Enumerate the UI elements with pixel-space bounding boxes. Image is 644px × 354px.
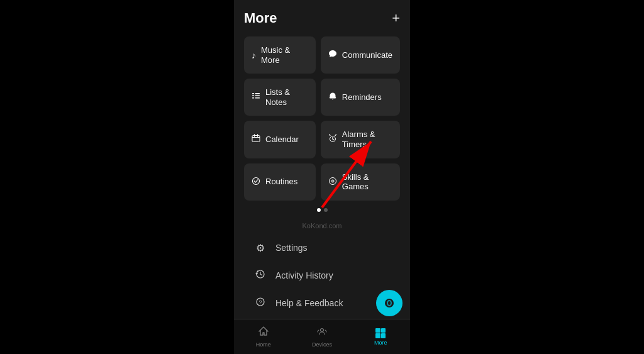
svg-point-27 [320,329,323,332]
phone-container: More + ♪ Music & More Communicate [234,0,410,354]
svg-rect-5 [255,97,260,99]
music-icon: ♪ [252,50,256,60]
music-more-label: Music & More [261,45,308,65]
svg-point-18 [332,180,333,182]
help-feedback-label: Help & Feedback [275,298,343,308]
svg-rect-4 [252,97,254,99]
help-icon: ? [254,297,267,309]
svg-rect-1 [255,93,260,94]
activity-history-icon [254,269,267,282]
skills-games-icon [328,177,337,187]
activity-history-label: Activity History [275,270,333,280]
routines-label: Routines [265,177,297,187]
svg-rect-3 [255,96,260,97]
grid-item-skills-games[interactable]: Skills & Games [321,163,400,201]
alarms-icon [328,134,337,145]
calendar-icon [252,134,260,145]
lists-icon [252,92,260,102]
watermark: KoKond.com [244,222,400,230]
svg-rect-0 [252,93,254,94]
grid-item-communicate[interactable]: Communicate [321,36,400,74]
header: More + [244,10,400,26]
page-title: More [244,10,277,26]
nav-item-home[interactable]: Home [234,326,292,348]
settings-icon: ⚙ [254,242,267,254]
svg-rect-2 [252,96,254,97]
menu-item-help-feedback[interactable]: ? Help & Feedback [249,289,395,317]
svg-point-15 [253,177,260,184]
page-dots [244,208,400,212]
content-area: More + ♪ Music & More Communicate [234,0,410,319]
alarms-timers-label: Alarms & Timers [342,130,392,149]
svg-line-12 [333,139,334,140]
grid-item-alarms-timers[interactable]: Alarms & Timers [321,121,400,158]
devices-icon [316,326,328,340]
grid-item-calendar[interactable]: Calendar [244,121,316,158]
svg-line-13 [329,135,330,136]
menu-item-settings[interactable]: ⚙ Settings [249,235,395,262]
nav-item-devices[interactable]: Devices [292,326,351,348]
communicate-label: Communicate [342,50,392,60]
dot-1 [317,208,321,212]
routines-icon [252,177,260,187]
reminders-icon [328,92,337,102]
grid-item-lists-notes[interactable]: Lists & Notes [244,79,316,116]
grid-item-music-more[interactable]: ♪ Music & More [244,36,316,74]
menu-item-activity-history[interactable]: Activity History [249,262,395,289]
calendar-label: Calendar [265,135,299,145]
home-nav-label: Home [256,341,271,348]
skills-games-label: Skills & Games [342,172,392,192]
reminders-label: Reminders [342,92,382,102]
alexa-fab-button[interactable] [376,290,402,316]
svg-line-14 [335,135,336,136]
grid-menu: ♪ Music & More Communicate [244,36,400,201]
settings-label: Settings [275,243,308,253]
home-icon [258,326,269,340]
svg-text:?: ? [258,299,262,306]
more-grid-icon [375,328,386,338]
dot-2 [324,208,328,212]
grid-item-routines[interactable]: Routines [244,163,316,201]
nav-item-more[interactable]: More [352,328,410,346]
grid-item-reminders[interactable]: Reminders [321,79,400,116]
svg-point-26 [388,301,391,305]
add-button[interactable]: + [392,10,400,26]
devices-nav-label: Devices [312,341,332,348]
lists-notes-label: Lists & Notes [265,87,308,107]
svg-rect-6 [252,136,260,142]
communicate-icon [328,50,337,60]
more-nav-label: More [374,340,387,346]
bottom-nav: Home Devices More [234,319,410,354]
